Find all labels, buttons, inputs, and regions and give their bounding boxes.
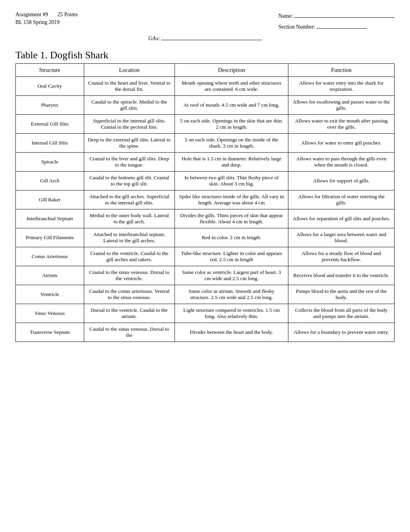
cell-structure-12: Sinus Venosus	[16, 304, 84, 323]
cell-structure-6: Gill Raker	[16, 190, 84, 209]
table-row: SpiracleCranial to the liver and gill sl…	[16, 153, 395, 172]
cell-description-0: Mouth opening where teeth and other stru…	[175, 77, 288, 96]
cell-location-10: Cranial to the sinus venosus. Dorsal to …	[84, 266, 175, 285]
cell-location-9: Cranial to the ventricle. Caudal to the …	[84, 247, 175, 266]
header: Assignment #9 25 Points BL 158 Spring 20…	[15, 12, 395, 30]
cell-function-11: Pumps blood to the aorta and the rest of…	[288, 285, 395, 304]
assignment-label: Assignment #9	[15, 12, 48, 17]
cell-description-3: 5 on each side. Openings on the inside o…	[175, 134, 288, 153]
gas-field[interactable]	[161, 34, 262, 40]
cell-structure-2: External Gill Slits	[16, 115, 84, 134]
cell-location-0: Cranial to the heart and liver. Ventral …	[84, 77, 175, 96]
cell-location-4: Cranial to the liver and gill slits. Dee…	[84, 153, 175, 172]
cell-structure-10: Atrium	[16, 266, 84, 285]
cell-location-8: Attached to interbranchial septum. Later…	[84, 228, 175, 247]
dogfish-shark-table: Structure Location Description Function …	[15, 63, 395, 342]
table-row: PharynxCaudal to the spiracle. Medial to…	[16, 96, 395, 115]
cell-function-5: Allows for support of gills.	[288, 172, 395, 190]
col-header-description: Description	[175, 64, 288, 77]
cell-function-1: Allows for swallowing and passes water t…	[288, 96, 395, 115]
name-line: Name:	[278, 12, 395, 19]
cell-structure-0: Oral Cavity	[16, 77, 84, 96]
name-label: Name:	[278, 13, 293, 19]
section-label: Section Number:	[278, 24, 315, 30]
cell-description-10: Same color as ventricle. Largest part of…	[175, 266, 288, 285]
course-label: BL 158 Spring 2019	[15, 19, 59, 25]
table-row: AtriumCranial to the sinus venosus. Dors…	[16, 266, 395, 285]
cell-function-0: Allows for water entry into the shark fo…	[288, 77, 395, 96]
cell-description-2: 5 on each side. Openings in the skin tha…	[175, 115, 288, 134]
cell-location-11: Caudal to the conus arteriosus. Ventral …	[84, 285, 175, 304]
cell-structure-7: Interbranchial Septum	[16, 209, 84, 228]
table-row: Internal Gill SlitsDeep to the external …	[16, 134, 395, 153]
table-row: Conus ArteriosusCranial to the ventricle…	[16, 247, 395, 266]
col-header-structure: Structure	[16, 64, 84, 77]
table-row: Oral CavityCranial to the heart and live…	[16, 77, 395, 96]
gas-line: GAs:	[15, 34, 395, 42]
cell-description-9: Tube-like structure. Lighter in color an…	[175, 247, 288, 266]
cell-structure-5: Gill Arch	[16, 172, 84, 190]
header-right: Name: Section Number:	[278, 12, 395, 30]
cell-function-2: Allows water to exit the mouth after pas…	[288, 115, 395, 134]
cell-location-1: Caudal to the spiracle. Medial to the gi…	[84, 96, 175, 115]
section-line: Section Number:	[278, 22, 367, 30]
cell-location-3: Deep to the external gill slits. Lateral…	[84, 134, 175, 153]
cell-location-7: Medial to the outer body wall. Lateral t…	[84, 209, 175, 228]
cell-structure-8: Primary Gill Filaments	[16, 228, 84, 247]
table-row: External Gill SlitsSuperficial to the in…	[16, 115, 395, 134]
cell-description-12: Light structure compared to ventricles. …	[175, 304, 288, 323]
cell-structure-3: Internal Gill Slits	[16, 134, 84, 153]
section-field[interactable]	[317, 22, 367, 29]
assignment-line: Assignment #9 25 Points	[15, 12, 78, 18]
cell-location-12: Dorsal to the ventricle. Caudal to the a…	[84, 304, 175, 323]
cell-function-8: Allows for a larger area between water a…	[288, 228, 395, 247]
cell-function-6: Allows for filtration of water entering …	[288, 190, 395, 209]
cell-function-12: Collects the blood from all parts of the…	[288, 304, 395, 323]
table-row: Gill RakerAttached to the gill arches. S…	[16, 190, 395, 209]
cell-structure-11: Ventricle	[16, 285, 84, 304]
table-row: Sinus VenosusDorsal to the ventricle. Ca…	[16, 304, 395, 323]
table-header-row: Structure Location Description Function	[16, 64, 395, 77]
cell-structure-1: Pharynx	[16, 96, 84, 115]
cell-structure-9: Conus Arteriosus	[16, 247, 84, 266]
cell-function-13: Allows for a boundary to prevent water e…	[288, 323, 395, 342]
cell-description-4: Hole that is 1.5 cm in diameter. Relativ…	[175, 153, 288, 172]
gas-label: GAs:	[148, 36, 160, 41]
cell-location-13: Caudal to the sinus venosus. Dorsal to t…	[84, 323, 175, 342]
points-label: 25 Points	[58, 12, 78, 17]
col-header-function: Function	[288, 64, 395, 77]
cell-location-2: Superficial to the internal gill slits. …	[84, 115, 175, 134]
col-header-location: Location	[84, 64, 175, 77]
table-row: Gill ArchCaudal to the bottoms gill slit…	[16, 172, 395, 190]
cell-function-10: Receives blood and transfer it to the ve…	[288, 266, 395, 285]
cell-description-5: In between two gill slits. Thin fleshy p…	[175, 172, 288, 190]
table-row: Transverse SeptumCaudal to the sinus ven…	[16, 323, 395, 342]
header-left: Assignment #9 25 Points BL 158 Spring 20…	[15, 12, 78, 30]
cell-description-13: Divider between the heart and the body.	[175, 323, 288, 342]
cell-description-11: Same color as atrium. Smooth and fleshy …	[175, 285, 288, 304]
cell-structure-4: Spiracle	[16, 153, 84, 172]
cell-location-6: Attached to the gill arches. Superficial…	[84, 190, 175, 209]
cell-location-5: Caudal to the bottoms gill slit. Cranial…	[84, 172, 175, 190]
cell-function-3: Allows for water to enter gill pouches.	[288, 134, 395, 153]
cell-function-9: Allows for a steady flow of blood and pr…	[288, 247, 395, 266]
table-row: Interbranchial SeptumMedial to the outer…	[16, 209, 395, 228]
cell-structure-13: Transverse Septum	[16, 323, 84, 342]
course-line: BL 158 Spring 2019	[15, 19, 78, 25]
cell-description-1: At roof of mouth. 4.5 cm wide and 7 cm l…	[175, 96, 288, 115]
table-row: VentricleCaudal to the conus arteriosus.…	[16, 285, 395, 304]
name-field[interactable]	[294, 12, 395, 18]
table-title: Table 1. Dogfish Shark	[15, 49, 395, 61]
cell-description-8: Red in color. 2 cm in length.	[175, 228, 288, 247]
cell-description-7: Divides the gills. Thins pieces of skin …	[175, 209, 288, 228]
cell-description-6: Spike like structures inside of the gill…	[175, 190, 288, 209]
cell-function-4: Allows water to pass through the gills e…	[288, 153, 395, 172]
cell-function-7: Allows for separation of gill slits and …	[288, 209, 395, 228]
table-row: Primary Gill FilamentsAttached to interb…	[16, 228, 395, 247]
